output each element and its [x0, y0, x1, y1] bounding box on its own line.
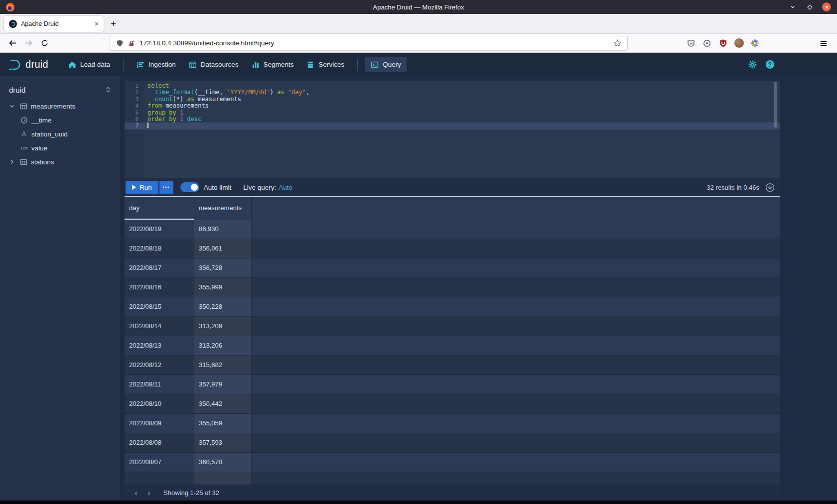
chevron-right-icon[interactable] — [8, 159, 16, 165]
tree-item-time[interactable]: __time — [0, 113, 120, 127]
table-row[interactable]: 2022/08/14313,209 — [125, 317, 780, 336]
next-page-icon[interactable]: › — [142, 487, 155, 500]
url-bar[interactable]: 172.18.0.4:30899/unified-console.html#qu… — [110, 36, 628, 51]
cell-measurements[interactable]: 356,728 — [194, 258, 252, 277]
tree-item-measurements[interactable]: measurements — [0, 99, 120, 113]
table-row[interactable]: 2022/08/18356,061 — [125, 239, 780, 258]
column-header-measurements[interactable]: measurements — [194, 197, 252, 220]
back-icon[interactable] — [5, 36, 20, 51]
url-text[interactable]: 172.18.0.4:30899/unified-console.html#qu… — [140, 39, 609, 47]
nav-query[interactable]: Query — [365, 57, 407, 72]
pocket-icon[interactable] — [684, 36, 698, 51]
cell-measurements[interactable]: 360,570 — [194, 453, 252, 472]
ublock-shield-icon[interactable] — [715, 36, 730, 51]
cell-measurements[interactable]: 350,228 — [194, 297, 252, 316]
cell-measurements[interactable]: 355,999 — [194, 278, 252, 297]
cell-day[interactable]: 2022/08/10 — [125, 394, 194, 413]
window-close-icon[interactable] — [822, 2, 831, 11]
cell-measurements[interactable]: 315,682 — [194, 356, 252, 375]
prev-page-icon[interactable]: ‹ — [130, 487, 142, 500]
help-icon[interactable]: ? — [766, 60, 774, 69]
editor-scrollbar[interactable] — [774, 82, 777, 127]
line-number: 6 — [125, 116, 145, 123]
table-row[interactable]: 2022/08/15350,228 — [125, 297, 780, 317]
cell-day[interactable]: 2022/08/08 — [125, 433, 194, 452]
tab-bar: Apache Druid × + — [0, 14, 837, 34]
schema-name: druid — [9, 86, 25, 94]
run-more-button[interactable]: ••• — [159, 181, 173, 194]
run-button-label: Run — [140, 184, 152, 191]
brand-text: druid — [25, 59, 48, 70]
cell-day[interactable]: 2022/08/17 — [125, 258, 194, 277]
new-tab-button[interactable]: + — [111, 19, 116, 28]
avatar — [734, 38, 744, 48]
table-row[interactable]: 2022/08/12315,682 — [125, 356, 780, 375]
tracking-shield-icon[interactable] — [116, 39, 124, 47]
nav-load-data[interactable]: Load data — [63, 57, 116, 72]
cell-measurements[interactable]: 355,059 — [194, 414, 252, 433]
tree-item-value[interactable]: 123 value — [0, 141, 120, 155]
cell-measurements[interactable]: 356,061 — [194, 239, 252, 258]
window-minimize-icon[interactable] — [788, 2, 797, 11]
editor-code[interactable]: select time_format(__time, 'YYYY/MM/dd')… — [145, 81, 780, 178]
cell-day[interactable]: 2022/08/09 — [125, 414, 194, 433]
cell-day[interactable]: 2022/08/07 — [125, 453, 194, 472]
menu-hamburger-icon[interactable] — [816, 36, 831, 51]
forward-icon[interactable] — [21, 36, 36, 51]
nav-datasources[interactable]: Datasources — [183, 57, 244, 72]
table-row[interactable]: 2022/08/11357,979 — [125, 375, 780, 394]
table-row[interactable]: 2022/08/1986,930 — [125, 220, 780, 239]
cell-day[interactable]: 2022/08/19 — [125, 220, 194, 239]
browser-toolbar: 172.18.0.4:30899/unified-console.html#qu… — [0, 34, 837, 53]
column-header-day[interactable]: day — [125, 197, 194, 220]
insecure-lock-icon[interactable] — [128, 40, 135, 47]
extension-icon[interactable] — [699, 36, 714, 51]
extension-pinwheel-icon[interactable] — [747, 36, 762, 51]
window-maximize-icon[interactable] — [805, 2, 814, 11]
reload-icon[interactable] — [37, 36, 52, 51]
settings-gear-icon[interactable] — [748, 60, 757, 69]
nav-segments[interactable]: Segments — [246, 57, 299, 72]
nav-ingestion[interactable]: Ingestion — [131, 57, 181, 72]
browser-tab[interactable]: Apache Druid × — [4, 16, 104, 32]
bookmark-star-icon[interactable] — [614, 39, 621, 47]
download-icon[interactable] — [765, 183, 775, 192]
cell-measurements[interactable]: 86,930 — [194, 220, 252, 239]
table-row[interactable]: 2022/08/13313,206 — [125, 336, 780, 356]
cell-day[interactable]: 2022/08/15 — [125, 297, 194, 316]
run-button[interactable]: Run — [126, 181, 158, 194]
app-header: druid Load data Ingestion Datasources Se… — [0, 53, 837, 76]
cell-measurements[interactable]: 313,206 — [194, 336, 252, 355]
tree-item-stations[interactable]: stations — [0, 155, 120, 169]
auto-limit-toggle[interactable] — [180, 182, 199, 192]
sort-columns-icon[interactable] — [105, 86, 112, 93]
cell-day[interactable]: 2022/08/14 — [125, 317, 194, 336]
schema-sidebar: druid measurements __time A station_uuid… — [0, 76, 120, 501]
table-row[interactable]: 2022/08/07360,570 — [125, 453, 780, 472]
code-line: time_format(__time, 'YYYY/MM/dd') as "da… — [147, 89, 780, 96]
cell-day[interactable]: 2022/08/16 — [125, 278, 194, 297]
sql-editor[interactable]: 1234567 select time_format(__time, 'YYYY… — [125, 81, 780, 178]
live-query-value[interactable]: Auto — [279, 184, 292, 191]
run-bar: Run ••• Auto limit Live query: Auto 32 r… — [125, 178, 780, 196]
cell-measurements[interactable]: 350,442 — [194, 394, 252, 413]
cell-measurements[interactable]: 357,979 — [194, 375, 252, 394]
nav-services[interactable]: Services — [301, 57, 350, 72]
editor-gutter: 1234567 — [125, 81, 145, 178]
cell-measurements[interactable]: 313,209 — [194, 317, 252, 336]
profile-avatar[interactable] — [731, 36, 746, 51]
cell-day[interactable]: 2022/08/11 — [125, 375, 194, 394]
cell-measurements[interactable]: 357,593 — [194, 433, 252, 452]
cell-day[interactable]: 2022/08/18 — [125, 239, 194, 258]
tab-close-icon[interactable]: × — [95, 20, 99, 27]
table-row[interactable]: 2022/08/16355,999 — [125, 278, 780, 297]
table-row[interactable]: 2022/08/08357,593 — [125, 433, 780, 453]
table-row[interactable]: 2022/08/10350,442 — [125, 394, 780, 414]
druid-logo[interactable]: druid — [8, 58, 48, 71]
table-row[interactable]: 2022/08/17356,728 — [125, 258, 780, 278]
tree-item-station-uuid[interactable]: A station_uuid — [0, 127, 120, 141]
cell-day[interactable]: 2022/08/12 — [125, 356, 194, 375]
chevron-down-icon[interactable] — [8, 103, 16, 109]
table-row[interactable]: 2022/08/09355,059 — [125, 414, 780, 433]
cell-day[interactable]: 2022/08/13 — [125, 336, 194, 355]
